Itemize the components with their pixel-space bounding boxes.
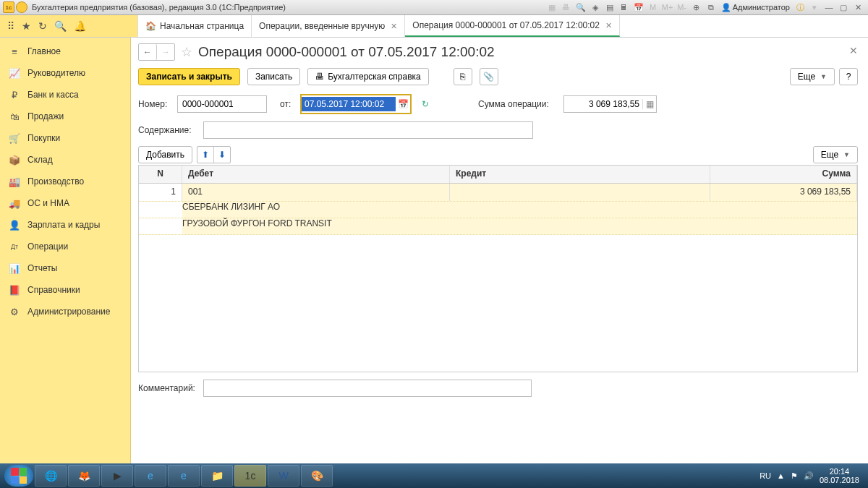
favorite-icon[interactable]: ☆ — [181, 44, 192, 60]
sidebar-item-directories[interactable]: 📕Справочники — [0, 279, 130, 301]
app-logo-icon: 1c — [3, 1, 14, 13]
content-input[interactable] — [203, 121, 533, 139]
close-window-icon[interactable]: ✕ — [852, 1, 864, 13]
calendar-icon[interactable]: 📅 — [633, 1, 644, 13]
maximize-icon[interactable]: ▢ — [838, 1, 849, 13]
m-minus-icon[interactable]: M- — [676, 1, 688, 13]
tb-icon-9[interactable]: ⊕ — [691, 1, 702, 13]
sidebar-item-admin[interactable]: ⚙Администрирование — [0, 301, 130, 322]
m-icon[interactable]: M — [647, 1, 659, 13]
taskbar-chrome[interactable]: 🌐 — [35, 465, 67, 487]
history-icon[interactable]: ↻ — [38, 20, 47, 32]
tb-icon-5[interactable]: ▤ — [604, 1, 616, 13]
app-circle-icon — [16, 1, 27, 13]
tab-operation-detail[interactable]: Операция 0000-000001 от 07.05.2017 12:00… — [405, 15, 620, 37]
attach-button[interactable]: 📎 — [480, 68, 498, 85]
close-page-icon[interactable]: ✕ — [849, 45, 858, 56]
sidebar-item-salary[interactable]: 👤Зарплата и кадры — [0, 214, 130, 236]
save-close-button[interactable]: Записать и закрыть — [138, 68, 240, 85]
col-debit[interactable]: Дебет — [182, 166, 450, 183]
sidebar-item-operations[interactable]: ДтОперации — [0, 236, 130, 257]
add-button[interactable]: Добавить — [138, 146, 192, 163]
tb-icon-10[interactable]: ⧉ — [705, 1, 717, 13]
calc-icon[interactable]: 🖩 — [618, 1, 630, 13]
tab-operations[interactable]: Операции, введенные вручную✕ — [252, 15, 405, 37]
col-credit[interactable]: Кредит — [450, 166, 710, 183]
taskbar-explorer[interactable]: 📁 — [201, 465, 233, 487]
tb-icon-4[interactable]: ◈ — [590, 1, 601, 13]
help-button[interactable]: ? — [839, 68, 858, 85]
chevron-down-icon: ▼ — [843, 151, 850, 158]
tray-clock[interactable]: 20:1408.07.2018 — [820, 467, 859, 484]
sum-input[interactable] — [564, 99, 642, 109]
acc-report-button[interactable]: 🖶Бухгалтерская справка — [307, 68, 429, 85]
based-on-button[interactable]: ⎘ — [454, 68, 472, 85]
page-header: ← → ☆ Операция 0000-000001 от 07.05.2017… — [138, 43, 858, 61]
date-field[interactable]: 📅 — [300, 94, 412, 114]
save-button[interactable]: Записать — [247, 68, 300, 85]
comment-row: Комментарий: — [138, 380, 858, 397]
sidebar-item-reports[interactable]: 📊Отчеты — [0, 257, 130, 279]
sidebar-item-assets[interactable]: 🚚ОС и НМА — [0, 192, 130, 214]
search-icon[interactable]: 🔍 — [54, 20, 67, 32]
tab-home[interactable]: 🏠Начальная страница — [138, 15, 252, 37]
move-up-button[interactable]: ⬆ — [197, 147, 214, 163]
sidebar-item-production[interactable]: 🏭Производство — [0, 171, 130, 192]
comment-label: Комментарий: — [138, 383, 197, 393]
apps-icon[interactable]: ⠿ — [7, 20, 14, 32]
sidebar-item-sales[interactable]: 🛍Продажи — [0, 106, 130, 127]
close-icon[interactable]: ✕ — [605, 21, 612, 30]
tray-sound-icon[interactable]: 🔊 — [804, 471, 814, 481]
refresh-icon[interactable]: ↻ — [422, 99, 429, 109]
tb-icon-1[interactable]: ▦ — [546, 1, 558, 13]
taskbar-word[interactable]: W — [268, 465, 299, 487]
dropdown-icon[interactable]: ▾ — [809, 1, 820, 13]
col-sum[interactable]: Сумма — [710, 166, 857, 183]
move-down-button[interactable]: ⬇ — [214, 147, 230, 163]
taskbar-player[interactable]: ▶ — [101, 465, 133, 487]
m-plus-icon[interactable]: M+ — [662, 1, 673, 13]
admin-user[interactable]: 👤Администратор — [721, 3, 790, 12]
system-tray[interactable]: RU ▲ ⚑ 🔊 20:1408.07.2018 — [760, 467, 864, 484]
sidebar-item-purchases[interactable]: 🛒Покупки — [0, 127, 130, 149]
taskbar-ie[interactable]: e — [135, 465, 166, 487]
back-button[interactable]: ← — [139, 44, 157, 60]
more-button[interactable]: Еще▼ — [790, 68, 835, 85]
calculator-icon[interactable]: ▦ — [642, 99, 656, 109]
main-content: ✕ ← → ☆ Операция 0000-000001 от 07.05.20… — [131, 38, 868, 466]
col-n[interactable]: N — [139, 166, 182, 183]
number-input[interactable] — [177, 95, 267, 113]
ruble-icon: ₽ — [9, 90, 20, 100]
app-title: Бухгалтерия предприятия (базовая), редак… — [32, 3, 286, 12]
date-input[interactable] — [302, 97, 396, 111]
taskbar-paint[interactable]: 🎨 — [301, 465, 333, 487]
bell-icon[interactable]: 🔔 — [74, 20, 86, 32]
star-icon[interactable]: ★ — [22, 20, 31, 32]
taskbar-firefox[interactable]: 🦊 — [68, 465, 100, 487]
start-button[interactable] — [4, 465, 33, 487]
taskbar-1c[interactable]: 1c — [234, 465, 266, 487]
taskbar-edge[interactable]: e — [168, 465, 200, 487]
calendar-picker-icon[interactable]: 📅 — [396, 99, 410, 109]
table-more-button[interactable]: Еще▼ — [813, 146, 858, 163]
table-row[interactable]: ГРУЗОВОЙ ФУРГОН FORD TRANSIT — [139, 218, 857, 235]
sum-field[interactable]: ▦ — [563, 95, 657, 113]
tb-icon-3[interactable]: 🔍 — [575, 1, 587, 13]
table-row[interactable]: 1 001 3 069 183,55 — [139, 184, 857, 202]
minimize-icon[interactable]: — — [823, 1, 835, 13]
forward-button[interactable]: → — [157, 44, 174, 60]
tray-up-icon[interactable]: ▲ — [777, 471, 785, 480]
tray-lang[interactable]: RU — [760, 471, 771, 480]
info-icon[interactable]: ⓘ — [794, 1, 806, 13]
comment-input[interactable] — [203, 380, 532, 397]
print-icon[interactable]: 🖶 — [561, 1, 572, 13]
tray-flag-icon[interactable]: ⚑ — [791, 471, 798, 481]
table-row[interactable]: СБЕРБАНК ЛИЗИНГ АО — [139, 202, 857, 218]
close-icon[interactable]: ✕ — [391, 22, 397, 31]
grid-body[interactable]: 1 001 3 069 183,55 СБЕРБАНК ЛИЗИНГ АО ГР… — [139, 184, 857, 372]
sidebar-item-bank[interactable]: ₽Банк и касса — [0, 84, 130, 106]
date-label: от: — [280, 99, 294, 109]
sidebar-item-warehouse[interactable]: 📦Склад — [0, 149, 130, 171]
sidebar-item-manager[interactable]: 📈Руководителю — [0, 62, 130, 84]
sidebar-item-main[interactable]: ≡Главное — [0, 40, 130, 62]
